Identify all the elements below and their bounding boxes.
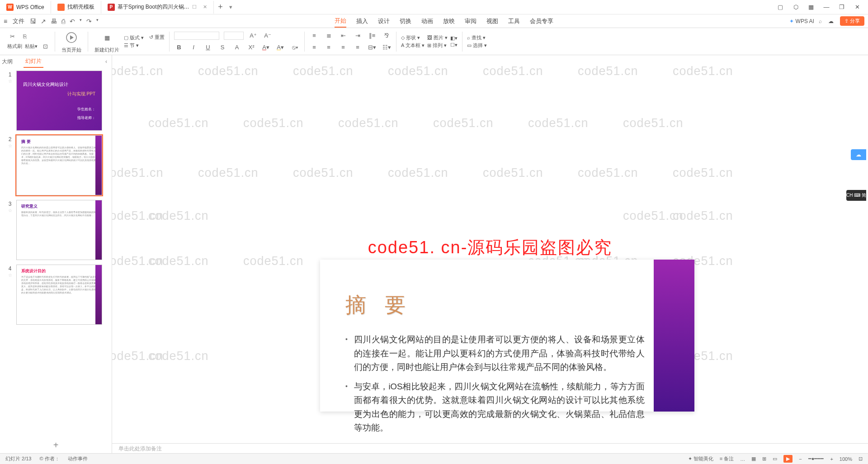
beautify-button[interactable]: ✦ 智能美化 (688, 455, 713, 462)
cloud-sync-icon[interactable]: ☁ (828, 18, 834, 24)
columns-icon[interactable]: ⊟▾ (367, 43, 377, 52)
zoom-slider[interactable]: ━●━━━ (808, 456, 824, 462)
zoom-in-icon[interactable]: + (830, 456, 833, 462)
new-tab-button[interactable]: + (214, 2, 227, 12)
more-icon[interactable]: … (740, 456, 745, 462)
cloud-float-button[interactable]: ☁ (851, 149, 866, 160)
search-icon[interactable]: ⌕ (819, 18, 822, 24)
picture-button[interactable]: 🖼 图片▾ (427, 34, 448, 41)
indent-inc-icon[interactable]: ⇥ (353, 31, 363, 40)
slide-thumb-1[interactable]: 1☆ 四川火锅文化网站设计 计与实现 PPT 学生姓名： 指导老师： (6, 71, 110, 131)
tab-member[interactable]: 会员专享 (530, 14, 553, 28)
app-tab-wps[interactable]: W WPS Office (0, 1, 51, 14)
fit-icon[interactable]: ⊡ (859, 456, 863, 462)
tab-tools[interactable]: 工具 (508, 14, 520, 28)
thumb[interactable]: 摘 要 四川火锅文化网站的目的是让使用者可以更方便的将人、设备和场景更立体的连接… (16, 135, 102, 195)
tab-view[interactable]: 视图 (486, 14, 498, 28)
undo-icon[interactable]: ↶ (70, 18, 75, 25)
layout-button[interactable]: ▢ 版式▾ (124, 34, 144, 41)
zoom-out-icon[interactable]: − (799, 456, 802, 462)
maximize-icon[interactable]: ❐ (835, 2, 849, 13)
redo-icon[interactable]: ↷ (86, 18, 92, 25)
slide-thumb-2[interactable]: 2☆ 摘 要 四川火锅文化网站的目的是让使用者可以更方便的将人、设备和场景更立体… (6, 135, 110, 195)
font-size-select[interactable] (224, 32, 244, 40)
print-preview-icon[interactable]: ⎙ (61, 18, 65, 25)
italic-icon[interactable]: I (189, 43, 198, 52)
slide-title[interactable]: 摘 要 (345, 291, 645, 319)
print-icon[interactable]: 🖶 (51, 18, 57, 25)
grow-font-icon[interactable]: A⁺ (248, 31, 258, 40)
add-slide-button[interactable]: + (0, 437, 112, 453)
underline-icon[interactable]: U (203, 43, 213, 52)
align-justify-icon[interactable]: ≡ (353, 43, 363, 52)
speak-icon[interactable]: ☐ (192, 4, 197, 10)
cut-icon[interactable]: ✂ (7, 32, 17, 41)
paste-options-icon[interactable]: ⊡ (40, 42, 50, 51)
redo-menu-icon[interactable]: ▾ (96, 18, 99, 25)
copy-icon[interactable]: ⎘ (20, 32, 30, 41)
smart-art-icon[interactable]: ☷▾ (382, 43, 392, 52)
star-icon[interactable]: ☆ (8, 208, 12, 213)
win-btn-3[interactable]: ▦ (804, 2, 818, 13)
slide-thumb-3[interactable]: 3☆ 研究意义 随着科技的发展，时代的变迁，很多企业及个人都在寻求更加便捷高效的… (6, 200, 110, 260)
reset-button[interactable]: ↺ 重置 (149, 34, 165, 41)
slide-thumb-4[interactable]: 4☆ 系统设计目的 为了进步电子沟通时代和科技化打代时代的发展，提升以下可靠性能… (6, 265, 110, 325)
fill-icon[interactable]: ◧▾ (450, 35, 458, 41)
tab-transition[interactable]: 切换 (400, 14, 411, 28)
view-slideshow-icon[interactable]: ▶ (783, 455, 793, 463)
wps-ai-button[interactable]: ✦ WPS AI ⌕ (789, 18, 822, 24)
superscript-icon[interactable]: X² (246, 43, 256, 52)
thumb[interactable]: 四川火锅文化网站设计 计与实现 PPT 学生姓名： 指导老师： (16, 71, 102, 131)
ime-float-button[interactable]: CH ⌨ 简 (846, 190, 866, 201)
line-spacing-icon[interactable]: ‖≡ (367, 31, 377, 40)
close-tab-icon[interactable]: ✕ (203, 4, 207, 10)
tab-insert[interactable]: 插入 (356, 14, 368, 28)
play-group[interactable]: 当页开始 (60, 29, 83, 53)
notes-pane[interactable]: 单击此处添加备注 (112, 443, 868, 453)
font-family-select[interactable] (174, 32, 219, 40)
highlight-icon[interactable]: A▾ (275, 43, 285, 52)
strike-icon[interactable]: S (217, 43, 227, 52)
bullet-row[interactable]: • 四川火锅文化网站的目的是让使用者可以更方便的将人、设备和场景更立体的连接在一… (345, 333, 645, 374)
slides-list[interactable]: 1☆ 四川火锅文化网站设计 计与实现 PPT 学生姓名： 指导老师： 2☆ 摘 … (0, 68, 112, 437)
undo-menu-icon[interactable]: ▾ (80, 18, 82, 25)
view-reading-icon[interactable]: ▭ (773, 456, 777, 462)
tab-menu-icon[interactable]: ▾ (229, 4, 232, 10)
align-left-icon[interactable]: ≡ (309, 43, 319, 52)
app-tab-template[interactable]: 找稻壳模板 (51, 1, 101, 14)
win-btn-1[interactable]: ▢ (773, 2, 788, 13)
paste-button[interactable]: 粘贴▾ (25, 43, 38, 50)
tab-start[interactable]: 开始 (335, 14, 346, 28)
app-tab-document[interactable]: P 基于Spring Boot的四川火锅… ☐ ✕ (101, 1, 214, 14)
bullet-row[interactable]: • 与安卓，iOS相比较起来，四川火锅文化网站在流畅性，续航能力，等方方面面都有… (345, 380, 645, 435)
tab-slideshow[interactable]: 放映 (443, 14, 455, 28)
tab-review[interactable]: 审阅 (465, 14, 476, 28)
slide-canvas[interactable]: 摘 要 • 四川火锅文化网站的目的是让使用者可以更方便的将人、设备和场景更立体的… (320, 260, 694, 412)
hamburger-icon[interactable]: ≡ (4, 18, 7, 25)
view-normal-icon[interactable]: ▦ (751, 456, 756, 462)
outline-icon[interactable]: ☐▾ (450, 42, 458, 48)
text-dir-icon[interactable]: ⅋ (382, 31, 392, 40)
font-style-icon[interactable]: A (232, 43, 242, 52)
save-icon[interactable]: 🖫 (30, 18, 36, 25)
file-menu[interactable]: 文件 (13, 17, 24, 25)
collapse-panel-icon[interactable]: ‹ (105, 58, 107, 65)
star-icon[interactable]: ☆ (8, 273, 12, 278)
select-button[interactable]: ▭ 选择▾ (467, 42, 487, 49)
format-brush-button[interactable]: 格式刷 (7, 43, 22, 50)
section-button[interactable]: ☰ 节▾ (124, 42, 144, 49)
align-right-icon[interactable]: ≡ (338, 43, 348, 52)
tab-animation[interactable]: 动画 (421, 14, 433, 28)
numbering-icon[interactable]: ≣ (324, 31, 334, 40)
close-icon[interactable]: ✕ (850, 2, 864, 13)
bold-icon[interactable]: B (174, 43, 184, 52)
share-button[interactable]: ⇪ 分享 (840, 16, 864, 26)
arrange-button[interactable]: ⊞ 排列▾ (427, 42, 448, 49)
bullets-icon[interactable]: ≡ (309, 31, 319, 40)
slides-tab[interactable]: 幻灯片 (24, 56, 43, 68)
minimize-icon[interactable]: — (819, 2, 834, 13)
clear-format-icon[interactable]: ⦸▾ (290, 43, 300, 52)
star-icon[interactable]: ☆ (8, 79, 12, 84)
outline-tab[interactable]: 大纲 (0, 56, 14, 67)
indent-dec-icon[interactable]: ⇤ (338, 31, 348, 40)
